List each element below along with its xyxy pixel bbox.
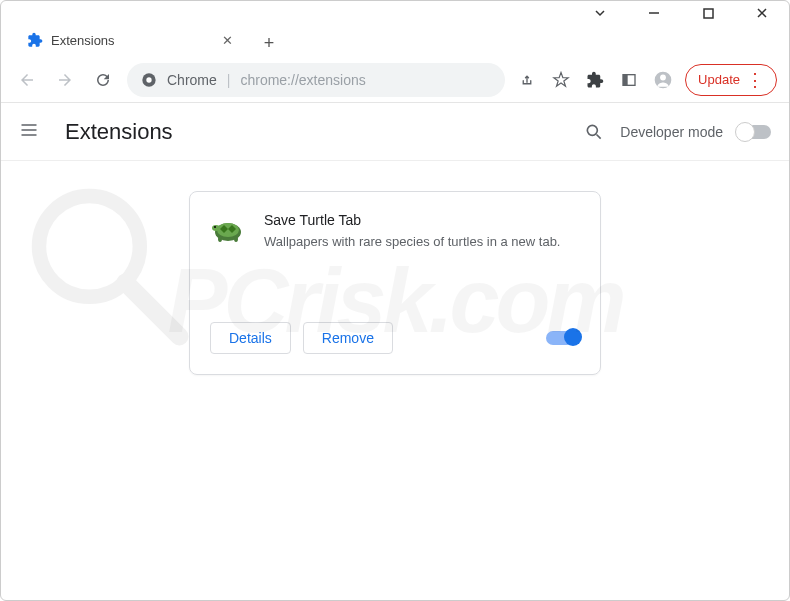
svg-point-13 xyxy=(214,226,216,228)
url-divider: | xyxy=(227,72,231,88)
url-text: chrome://extensions xyxy=(240,72,365,88)
svg-line-9 xyxy=(597,134,601,138)
extension-toggle[interactable] xyxy=(546,331,580,345)
svg-point-3 xyxy=(146,77,151,82)
page-header: Extensions Developer mode xyxy=(1,103,789,161)
svg-point-7 xyxy=(660,74,666,80)
search-icon[interactable] xyxy=(582,120,606,144)
share-icon[interactable] xyxy=(515,68,539,92)
page-title: Extensions xyxy=(65,119,173,145)
back-button[interactable] xyxy=(13,66,41,94)
chevron-down-icon[interactable] xyxy=(593,6,607,20)
chrome-icon xyxy=(141,72,157,88)
svg-point-8 xyxy=(588,125,598,135)
svg-point-14 xyxy=(218,236,222,242)
extensions-icon[interactable] xyxy=(583,68,607,92)
close-tab-icon[interactable]: ✕ xyxy=(222,33,233,48)
remove-button[interactable]: Remove xyxy=(303,322,393,354)
bookmark-icon[interactable] xyxy=(549,68,573,92)
toolbar: Chrome | chrome://extensions Update ⋮ xyxy=(1,57,789,103)
close-window-icon[interactable] xyxy=(755,6,769,20)
reload-button[interactable] xyxy=(89,66,117,94)
svg-point-12 xyxy=(212,225,220,231)
tab-strip: Extensions ✕ + xyxy=(1,17,789,57)
update-label: Update xyxy=(698,72,740,87)
details-button[interactable]: Details xyxy=(210,322,291,354)
extensions-favicon xyxy=(27,32,43,48)
extension-description: Wallpapers with rare species of turtles … xyxy=(264,232,580,252)
url-scheme: Chrome xyxy=(167,72,217,88)
maximize-icon[interactable] xyxy=(701,6,715,20)
tab-title: Extensions xyxy=(51,33,115,48)
new-tab-button[interactable]: + xyxy=(255,29,283,57)
update-button[interactable]: Update ⋮ xyxy=(685,64,777,96)
svg-rect-5 xyxy=(623,74,628,85)
svg-point-15 xyxy=(234,236,238,242)
developer-mode-label: Developer mode xyxy=(620,124,723,140)
svg-point-11 xyxy=(217,223,239,237)
turtle-icon xyxy=(210,212,246,248)
content-area: Save Turtle Tab Wallpapers with rare spe… xyxy=(1,161,789,405)
menu-dots-icon: ⋮ xyxy=(746,71,764,89)
minimize-icon[interactable] xyxy=(647,6,661,20)
extension-name: Save Turtle Tab xyxy=(264,212,580,228)
browser-tab[interactable]: Extensions ✕ xyxy=(15,23,245,57)
svg-rect-1 xyxy=(704,9,713,18)
profile-icon[interactable] xyxy=(651,68,675,92)
sidepanel-icon[interactable] xyxy=(617,68,641,92)
extension-card: Save Turtle Tab Wallpapers with rare spe… xyxy=(189,191,601,375)
forward-button[interactable] xyxy=(51,66,79,94)
hamburger-menu-icon[interactable] xyxy=(19,120,43,144)
developer-mode-toggle[interactable] xyxy=(737,125,771,139)
address-bar[interactable]: Chrome | chrome://extensions xyxy=(127,63,505,97)
